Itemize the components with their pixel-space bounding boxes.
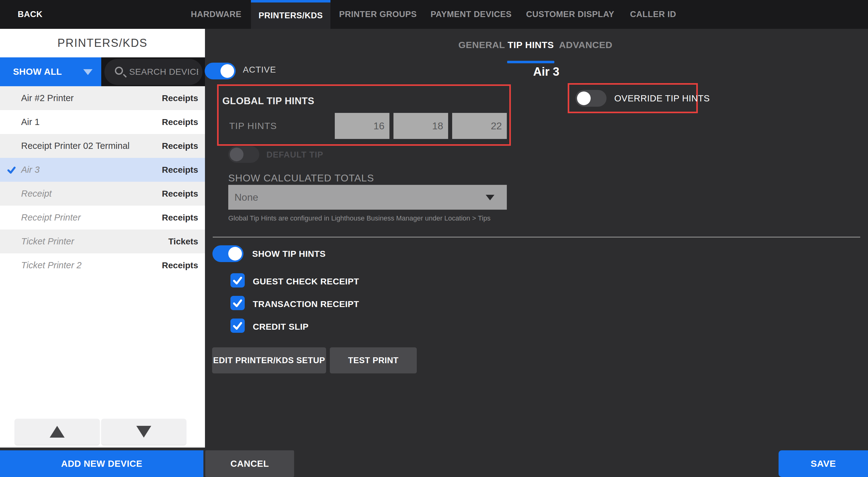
- printers-kds-settings-screen: BACK HARDWARE PRINTERS/KDS PRINTER GROUP…: [0, 0, 868, 477]
- tip-hint-value-3: 22: [452, 113, 507, 139]
- edit-printer-kds-setup-button[interactable]: EDIT PRINTER/KDS SETUP: [212, 347, 326, 373]
- device-row-air-2-printer[interactable]: Air #2 Printer Receipts: [0, 86, 205, 110]
- top-nav-bar: BACK HARDWARE PRINTERS/KDS PRINTER GROUP…: [0, 0, 868, 29]
- show-all-label: SHOW ALL: [13, 67, 62, 77]
- checkmark-icon: [232, 275, 243, 286]
- chevron-down-icon: [83, 69, 93, 75]
- sidebar-title: PRINTERS/KDS: [0, 29, 205, 57]
- detail-tab-advanced[interactable]: ADVANCED: [559, 40, 612, 50]
- device-row-air-1[interactable]: Air 1 Receipts: [0, 110, 205, 134]
- toggle-knob: [228, 247, 242, 261]
- default-tip-toggle[interactable]: [228, 146, 259, 163]
- search-device-area: [101, 57, 205, 86]
- cancel-button[interactable]: CANCEL: [205, 450, 294, 477]
- active-toggle-label: ACTIVE: [243, 65, 276, 75]
- test-print-button[interactable]: TEST PRINT: [330, 347, 417, 373]
- default-tip-label: DEFAULT TIP: [267, 150, 323, 160]
- toggle-knob: [230, 148, 244, 161]
- up-arrow-icon: [50, 426, 65, 438]
- device-row-receipt[interactable]: Receipt Receipts: [0, 182, 205, 206]
- tip-hint-value-2: 18: [394, 113, 448, 139]
- tip-hints-row-label: TIP HINTS: [229, 121, 277, 131]
- back-button[interactable]: BACK: [18, 0, 42, 29]
- section-divider: [213, 237, 860, 238]
- global-tip-hints-title: GLOBAL TIP HINTS: [222, 96, 314, 107]
- detail-tab-general[interactable]: GENERAL: [458, 40, 505, 50]
- guest-check-receipt-label: GUEST CHECK RECEIPT: [253, 277, 359, 286]
- tab-customer-display[interactable]: CUSTOMER DISPLAY: [526, 0, 614, 29]
- active-tab-underline: [507, 61, 554, 63]
- detail-tab-tip-hints[interactable]: TIP HINTS: [508, 40, 554, 50]
- tab-printers-kds[interactable]: PRINTERS/KDS: [251, 0, 331, 29]
- global-tip-hints-helper-text: Global Tip Hints are configured in Light…: [228, 214, 490, 223]
- transaction-receipt-checkbox[interactable]: [230, 296, 245, 310]
- dropdown-selected-value: None: [235, 192, 258, 203]
- scroll-up-button[interactable]: [14, 419, 100, 445]
- device-row-ticket-printer-2[interactable]: Ticket Printer 2 Receipts: [0, 253, 205, 277]
- search-input[interactable]: [129, 67, 198, 77]
- tab-caller-id[interactable]: CALLER ID: [630, 0, 676, 29]
- scroll-down-button[interactable]: [101, 419, 186, 445]
- sidebar-filter-row: SHOW ALL: [0, 57, 205, 86]
- device-row-receipt-printer[interactable]: Receipt Printer Receipts: [0, 206, 205, 230]
- transaction-receipt-label: TRANSACTION RECEIPT: [253, 299, 359, 309]
- override-tip-hints-toggle[interactable]: [576, 90, 607, 107]
- device-name-header: Air 3: [533, 65, 559, 78]
- show-calculated-totals-dropdown[interactable]: None: [228, 185, 507, 210]
- down-arrow-icon: [136, 426, 151, 438]
- device-list: Air #2 Printer Receipts Air 1 Receipts R…: [0, 86, 205, 277]
- chevron-down-icon: [486, 195, 494, 200]
- device-row-receipt-printer-02-terminal[interactable]: Receipt Printer 02 Terminal Receipts: [0, 134, 205, 158]
- add-new-device-button[interactable]: ADD NEW DEVICE: [0, 450, 204, 477]
- tab-hardware[interactable]: HARDWARE: [191, 0, 242, 29]
- credit-slip-checkbox[interactable]: [230, 318, 245, 333]
- device-row-air-3[interactable]: Air 3 Receipts: [0, 158, 205, 182]
- tab-printer-groups[interactable]: PRINTER GROUPS: [339, 0, 417, 29]
- override-tip-hints-label: OVERRIDE TIP HINTS: [614, 93, 710, 104]
- search-device-field[interactable]: [104, 59, 203, 85]
- credit-slip-label: CREDIT SLIP: [253, 322, 309, 332]
- save-button[interactable]: SAVE: [779, 450, 868, 477]
- search-icon: [115, 67, 125, 77]
- checkmark-icon: [232, 320, 243, 331]
- toggle-knob: [577, 92, 591, 105]
- device-row-ticket-printer[interactable]: Ticket Printer Tickets: [0, 230, 205, 253]
- show-tip-hints-label: SHOW TIP HINTS: [252, 249, 326, 259]
- selected-check-icon: [7, 165, 16, 175]
- list-pager: [0, 419, 205, 447]
- toggle-knob: [220, 64, 234, 78]
- device-sidebar: PRINTERS/KDS SHOW ALL Air #2 Printer Rec…: [0, 29, 205, 447]
- guest-check-receipt-checkbox[interactable]: [230, 273, 245, 287]
- show-tip-hints-toggle[interactable]: [212, 245, 244, 262]
- checkmark-icon: [232, 298, 243, 308]
- tip-hint-value-1: 16: [335, 113, 390, 139]
- show-all-dropdown[interactable]: SHOW ALL: [0, 57, 101, 86]
- active-toggle[interactable]: [205, 63, 236, 79]
- show-calculated-totals-label: SHOW CALCULATED TOTALS: [228, 172, 374, 184]
- tab-payment-devices[interactable]: PAYMENT DEVICES: [430, 0, 512, 29]
